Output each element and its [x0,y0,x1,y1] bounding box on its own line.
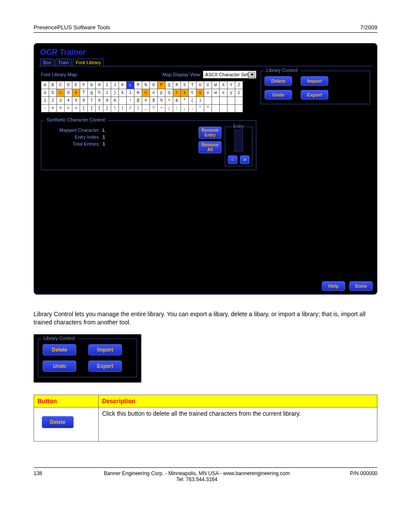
char-cell[interactable]: ; [165,105,173,112]
remove-all-button[interactable]: RemoveAll [199,141,221,153]
char-cell[interactable]: j [111,89,119,97]
char-cell[interactable]: % [158,97,165,105]
char-cell[interactable]: 8 [96,97,103,105]
char-cell[interactable]: V [204,81,212,89]
char-cell[interactable]: \ [111,105,119,112]
char-cell[interactable]: ' [196,105,204,112]
char-cell[interactable]: D [65,81,72,89]
char-cell[interactable]: X [220,81,227,89]
char-cell[interactable]: E [72,81,80,89]
char-cell[interactable]: ~ [158,105,165,112]
char-cell[interactable]: K [119,81,127,89]
char-cell[interactable]: 9 [103,97,111,105]
char-cell[interactable]: ^ [165,97,173,105]
char-cell[interactable]: # [142,97,150,105]
tab-font-library[interactable]: Font Library [73,59,104,66]
char-cell[interactable]: ? [150,105,158,112]
char-cell[interactable]: @ [134,97,142,105]
char-cell[interactable]: k [119,89,127,97]
char-cell[interactable]: = [57,105,65,112]
char-cell[interactable]: I [103,81,111,89]
char-cell[interactable]: b [49,89,57,97]
char-cell[interactable]: C [57,81,65,89]
char-cell[interactable]: A [41,81,49,89]
char-cell[interactable]: M [134,81,142,89]
import-button[interactable]: Import [301,76,328,86]
help-button[interactable]: Help [322,281,345,291]
char-cell[interactable]: 3 [57,97,65,105]
done-button[interactable]: Done [349,281,373,291]
char-cell[interactable]: e [72,89,80,97]
char-cell[interactable]: " [204,105,212,112]
char-cell[interactable]: } [103,105,111,112]
table-delete-button[interactable]: Delete [42,416,74,428]
char-cell[interactable]: | [134,105,142,112]
char-cell[interactable]: v [204,89,212,97]
undo-button[interactable]: Undo [265,90,292,100]
char-cell[interactable]: t [189,89,196,97]
char-cell[interactable]: G [88,81,96,89]
char-cell[interactable]: L [127,81,134,89]
char-cell[interactable]: y [227,89,235,97]
tab-box[interactable]: Box [40,59,54,66]
char-cell[interactable]: J [111,81,119,89]
char-cell[interactable]: 7 [88,97,96,105]
char-cell[interactable]: q [165,89,173,97]
char-cell[interactable]: [ [80,105,88,112]
char-cell[interactable]: f [80,89,88,97]
char-cell[interactable]: Q [165,81,173,89]
char-cell[interactable]: S [181,81,189,89]
char-cell[interactable]: 0 [111,97,119,105]
char-cell[interactable]: Y [227,81,235,89]
crop-delete-button[interactable]: Delete [43,344,76,355]
char-cell[interactable]: ! [127,97,134,105]
char-cell[interactable]: > [72,105,80,112]
char-cell[interactable]: T [189,81,196,89]
char-cell[interactable]: - [41,105,49,112]
char-cell[interactable]: h [96,89,103,97]
char-cell[interactable]: ) [196,97,204,105]
crop-undo-button[interactable]: Undo [43,361,76,372]
char-cell[interactable]: x [220,89,227,97]
tab-train[interactable]: Train [55,59,72,66]
char-cell[interactable]: p [158,89,165,97]
char-cell[interactable]: d [65,89,72,97]
char-cell[interactable]: ] [88,105,96,112]
char-cell[interactable]: 2 [49,97,57,105]
char-cell[interactable]: 5 [72,97,80,105]
char-cell[interactable]: c [57,89,65,97]
char-cell[interactable]: B [49,81,57,89]
char-cell[interactable]: W [212,81,220,89]
char-cell[interactable]: U [196,81,204,89]
delete-button[interactable]: Delete [265,76,292,86]
char-cell[interactable]: o [150,89,158,97]
char-cell[interactable]: m [134,89,142,97]
char-cell[interactable]: 6 [80,97,88,105]
crop-export-button[interactable]: Export [88,361,122,372]
char-cell[interactable]: : [173,105,181,112]
entry-prev-button[interactable]: < [228,156,237,164]
entry-next-button[interactable]: > [240,156,249,164]
char-cell[interactable]: R [173,81,181,89]
char-cell[interactable]: i [103,89,111,97]
char-cell[interactable]: a [41,89,49,97]
char-cell[interactable]: r [173,89,181,97]
char-cell[interactable]: 1 [41,97,49,105]
char-cell[interactable]: 4 [65,97,72,105]
char-cell[interactable]: < [65,105,72,112]
char-cell[interactable]: P [158,81,165,89]
char-cell[interactable]: H [96,81,103,89]
char-cell[interactable]: l [127,89,134,97]
char-cell[interactable]: N [142,81,150,89]
export-button[interactable]: Export [301,90,328,100]
map-display-view-select[interactable]: ASCII Character Set [203,71,256,78]
crop-import-button[interactable]: Import [88,344,122,355]
char-cell[interactable]: | [119,105,127,112]
char-cell[interactable]: , [181,105,189,112]
char-cell[interactable]: & [173,97,181,105]
char-cell[interactable]: / [127,105,134,112]
char-cell[interactable]: u [196,89,204,97]
char-cell[interactable]: * [181,97,189,105]
char-cell[interactable]: { [96,105,103,112]
char-cell[interactable]: + [49,105,57,112]
